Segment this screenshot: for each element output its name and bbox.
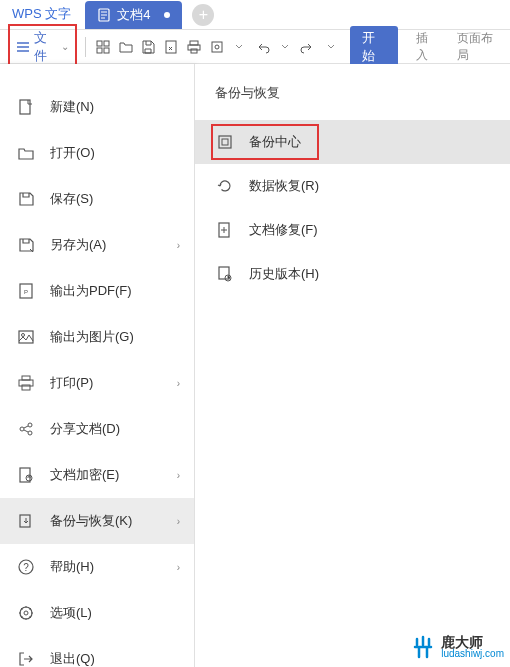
svg-point-15 [22,334,25,337]
print-icon[interactable] [185,37,204,57]
data-recover-icon [215,176,235,196]
submenu-title: 备份与恢复 [195,84,510,120]
chevron-right-icon: › [177,240,180,251]
menu-open[interactable]: 打开(O) [0,130,194,176]
doc-repair-icon [215,220,235,240]
file-menu-panel: 新建(N) 打开(O) 保存(S) 另存为(A) › P 输出为PDF(F) 输… [0,64,195,667]
start-tab[interactable]: 开始 [350,26,398,68]
menu-label: 文档加密(E) [50,466,119,484]
svg-rect-24 [20,515,30,527]
svg-text:?: ? [23,562,29,573]
new-tab-button[interactable]: + [192,4,214,26]
share-icon [16,419,36,439]
tab-modified-dot [164,12,170,18]
tab-doc-label: 文档4 [117,6,150,24]
svg-rect-3 [97,48,102,53]
submenu-label: 备份中心 [249,133,301,151]
submenu-panel: 备份与恢复 备份中心 数据恢复(R) 文档修复(F) 历史版本(H) [195,64,510,667]
menu-label: 输出为PDF(F) [50,282,132,300]
menu-label: 退出(Q) [50,650,95,667]
open-icon [16,143,36,163]
save-icon [16,189,36,209]
backup-center-icon [215,132,235,152]
menu-print[interactable]: 打印(P) › [0,360,194,406]
chevron-down-icon[interactable] [230,37,249,57]
menu-export-pdf[interactable]: P 输出为PDF(F) [0,268,194,314]
chevron-down-icon[interactable] [321,37,340,57]
file-label: 文件 [34,29,57,65]
svg-rect-16 [22,376,30,380]
submenu-label: 历史版本(H) [249,265,319,283]
submenu-backup-center[interactable]: 备份中心 [195,120,510,164]
history-icon [215,264,235,284]
submenu-data-recover[interactable]: 数据恢复(R) [195,164,510,208]
svg-rect-4 [104,48,109,53]
exit-icon [16,649,36,667]
home-icon[interactable] [94,37,113,57]
new-icon [16,97,36,117]
separator [85,37,86,57]
svg-rect-30 [222,139,228,145]
chevron-right-icon: › [177,516,180,527]
tab-wps-label: WPS 文字 [12,5,71,23]
svg-text:P: P [24,289,28,295]
svg-rect-2 [104,41,109,46]
svg-point-10 [215,45,219,49]
svg-point-20 [28,423,32,427]
toolbar: 文件 ⌄ 开始 插入 页面布局 [0,30,510,64]
submenu-label: 数据恢复(R) [249,177,319,195]
menu-share[interactable]: 分享文档(D) [0,406,194,452]
submenu-history[interactable]: 历史版本(H) [195,252,510,296]
menu-label: 帮助(H) [50,558,94,576]
menu-label: 保存(S) [50,190,93,208]
chevron-right-icon: › [177,562,180,573]
menu-label: 分享文档(D) [50,420,120,438]
insert-tab[interactable]: 插入 [416,30,439,64]
menu-label: 备份与恢复(K) [50,512,132,530]
file-dropdown: 新建(N) 打开(O) 保存(S) 另存为(A) › P 输出为PDF(F) 输… [0,64,510,667]
submenu-doc-repair[interactable]: 文档修复(F) [195,208,510,252]
layout-tab[interactable]: 页面布局 [457,30,502,64]
menu-backup-restore[interactable]: 备份与恢复(K) › [0,498,194,544]
svg-rect-1 [97,41,102,46]
menu-label: 打印(P) [50,374,93,392]
svg-rect-6 [190,41,198,45]
file-menu-button[interactable]: 文件 ⌄ [8,24,77,70]
menu-encrypt[interactable]: 文档加密(E) › [0,452,194,498]
backup-icon [16,511,36,531]
open-icon[interactable] [116,37,135,57]
preview-icon[interactable] [207,37,226,57]
svg-point-21 [28,431,32,435]
menu-label: 另存为(A) [50,236,106,254]
watermark-url: ludashiwj.com [441,649,504,659]
menu-export-image[interactable]: 输出为图片(G) [0,314,194,360]
save-icon[interactable] [139,37,158,57]
undo-icon[interactable] [253,37,272,57]
menu-help[interactable]: ? 帮助(H) › [0,544,194,590]
menu-exit[interactable]: 退出(Q) [0,636,194,667]
chevron-right-icon: › [177,378,180,389]
pdf-icon: P [16,281,36,301]
menu-label: 选项(L) [50,604,92,622]
chevron-right-icon: › [177,470,180,481]
watermark-logo-icon [409,633,437,661]
saveas-icon [16,235,36,255]
doc-icon [97,8,111,22]
redo-icon[interactable] [298,37,317,57]
submenu-label: 文档修复(F) [249,221,318,239]
chevron-down-icon: ⌄ [61,41,69,52]
print-preview-icon[interactable] [162,37,181,57]
svg-rect-29 [219,136,231,148]
tab-document[interactable]: 文档4 [85,1,182,29]
menu-new[interactable]: 新建(N) [0,84,194,130]
svg-point-19 [20,427,24,431]
svg-rect-9 [212,42,222,52]
menu-save[interactable]: 保存(S) [0,176,194,222]
options-icon [16,603,36,623]
menu-label: 打开(O) [50,144,95,162]
menu-saveas[interactable]: 另存为(A) › [0,222,194,268]
hamburger-icon [16,41,30,53]
watermark-brand: 鹿大师 [441,635,504,649]
chevron-down-icon[interactable] [276,37,295,57]
menu-options[interactable]: 选项(L) [0,590,194,636]
